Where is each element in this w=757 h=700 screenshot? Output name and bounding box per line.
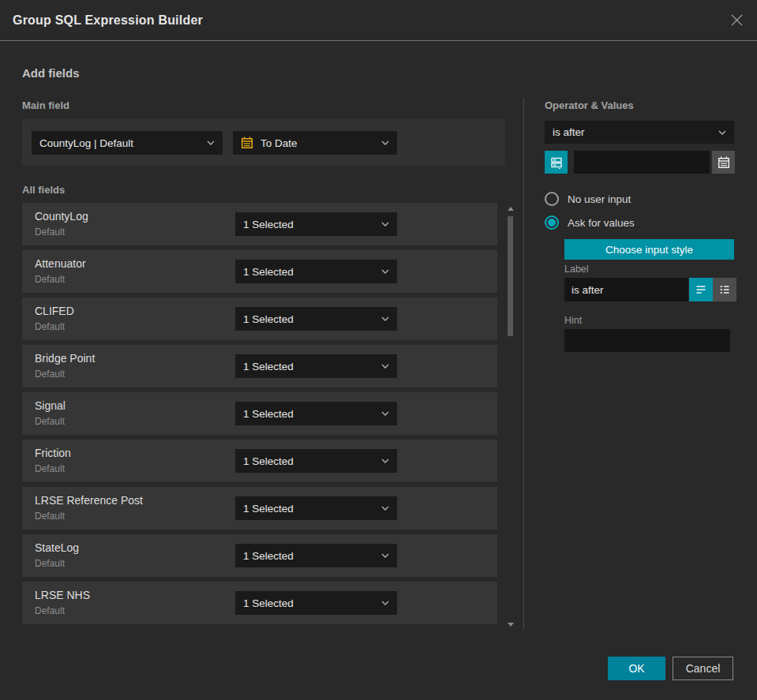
field-subtitle: Default bbox=[35, 226, 65, 238]
chevron-down-icon bbox=[381, 222, 389, 226]
operator-dropdown[interactable]: is after bbox=[545, 121, 734, 144]
main-field-dropdown-value: CountyLog | Default bbox=[39, 137, 133, 149]
radio-ask-for-values-label: Ask for values bbox=[568, 217, 635, 229]
single-line-input-style-button[interactable] bbox=[689, 278, 713, 301]
field-row: Friction Default 1 Selected bbox=[22, 440, 497, 482]
all-fields-list: CountyLog Default 1 Selected Attenuator … bbox=[22, 203, 497, 629]
label-input[interactable] bbox=[564, 278, 688, 301]
chevron-down-icon bbox=[381, 506, 389, 511]
main-field-dropdown[interactable]: CountyLog | Default bbox=[32, 131, 223, 155]
value-input[interactable] bbox=[574, 151, 710, 174]
field-subtitle: Default bbox=[35, 321, 65, 332]
field-selection-dropdown[interactable]: 1 Selected bbox=[235, 591, 397, 615]
field-selection-value: 1 Selected bbox=[243, 219, 294, 230]
chevron-down-icon bbox=[381, 553, 389, 558]
label-heading: Label bbox=[564, 264, 589, 275]
group-sql-expression-builder-dialog: Group SQL Expression Builder Add fields … bbox=[0, 0, 757, 700]
chevron-down-icon bbox=[381, 140, 389, 145]
operator-values-heading: Operator & Values bbox=[545, 99, 634, 111]
main-field-heading: Main field bbox=[22, 99, 69, 111]
radio-button-icon[interactable] bbox=[545, 215, 559, 230]
field-name: Signal bbox=[35, 399, 66, 412]
field-selection-dropdown[interactable]: 1 Selected bbox=[235, 260, 397, 283]
close-button[interactable] bbox=[729, 13, 744, 28]
field-row: CountyLog Default 1 Selected bbox=[22, 203, 497, 245]
close-icon bbox=[730, 13, 744, 27]
field-subtitle: Default bbox=[35, 416, 65, 427]
field-row: CLIFED Default 1 Selected bbox=[22, 298, 497, 340]
field-selection-dropdown[interactable]: 1 Selected bbox=[235, 449, 397, 473]
radio-no-user-input[interactable]: No user input bbox=[545, 192, 631, 206]
field-selection-dropdown[interactable]: 1 Selected bbox=[235, 307, 397, 331]
all-fields-heading: All fields bbox=[22, 184, 65, 196]
calendar-icon bbox=[241, 137, 253, 149]
cancel-button[interactable]: Cancel bbox=[673, 657, 733, 680]
field-selection-value: 1 Selected bbox=[243, 455, 294, 467]
list-input-style-button[interactable] bbox=[713, 278, 736, 301]
date-field-dropdown-value: To Date bbox=[260, 137, 298, 149]
values-list-icon bbox=[549, 155, 564, 170]
chevron-down-icon bbox=[381, 601, 389, 605]
field-selection-dropdown[interactable]: 1 Selected bbox=[235, 212, 397, 236]
chevron-down-icon bbox=[381, 459, 389, 463]
chevron-down-icon bbox=[207, 140, 215, 145]
chevron-down-icon bbox=[381, 316, 389, 321]
choose-input-style-button[interactable]: Choose input style bbox=[564, 239, 734, 260]
field-name: CountyLog bbox=[35, 210, 88, 223]
field-subtitle: Default bbox=[35, 511, 65, 522]
align-left-icon bbox=[695, 283, 707, 296]
field-selection-dropdown[interactable]: 1 Selected bbox=[235, 354, 397, 378]
field-name: StateLog bbox=[35, 541, 79, 554]
field-subtitle: Default bbox=[35, 605, 65, 616]
field-row: Bridge Point Default 1 Selected bbox=[22, 345, 497, 387]
field-row: LRSE Reference Post Default 1 Selected bbox=[22, 487, 497, 530]
chevron-down-icon bbox=[718, 130, 726, 135]
field-name: LRSE NHS bbox=[35, 589, 90, 601]
operator-dropdown-value: is after bbox=[553, 126, 585, 138]
field-row: LRSE NHS Default 1 Selected bbox=[22, 582, 497, 624]
chevron-down-icon bbox=[381, 411, 389, 416]
field-selection-value: 1 Selected bbox=[243, 408, 294, 420]
field-subtitle: Default bbox=[35, 558, 65, 569]
field-name: Friction bbox=[35, 447, 71, 459]
chevron-down-icon bbox=[381, 364, 389, 369]
get-values-from-layer-button[interactable] bbox=[545, 151, 568, 174]
panel-divider bbox=[523, 98, 524, 629]
field-row: Signal Default 1 Selected bbox=[22, 392, 497, 435]
field-row: StateLog Default 1 Selected bbox=[22, 534, 497, 577]
ok-button[interactable]: OK bbox=[608, 657, 665, 680]
calendar-icon bbox=[718, 156, 730, 169]
radio-button-icon[interactable] bbox=[545, 192, 559, 206]
scrollbar-thumb[interactable] bbox=[508, 216, 513, 336]
scroll-up-arrow-icon[interactable] bbox=[508, 207, 514, 211]
field-selection-value: 1 Selected bbox=[243, 361, 294, 372]
field-selection-dropdown[interactable]: 1 Selected bbox=[235, 544, 397, 567]
field-name: LRSE Reference Post bbox=[35, 494, 143, 507]
field-selection-dropdown[interactable]: 1 Selected bbox=[235, 402, 397, 425]
hint-heading: Hint bbox=[564, 315, 582, 326]
field-name: CLIFED bbox=[35, 305, 74, 317]
field-subtitle: Default bbox=[35, 463, 65, 474]
field-selection-value: 1 Selected bbox=[243, 313, 294, 325]
field-name: Attenuator bbox=[35, 257, 86, 270]
dialog-titlebar: Group SQL Expression Builder bbox=[0, 0, 757, 41]
scroll-down-arrow-icon[interactable] bbox=[508, 623, 514, 627]
field-selection-value: 1 Selected bbox=[243, 266, 294, 278]
field-selection-value: 1 Selected bbox=[243, 597, 294, 609]
hint-input[interactable] bbox=[564, 329, 730, 352]
chevron-down-icon bbox=[381, 269, 389, 274]
field-selection-value: 1 Selected bbox=[243, 550, 294, 562]
date-picker-button[interactable] bbox=[712, 151, 735, 174]
main-field-band: CountyLog | Default To Date bbox=[22, 119, 505, 166]
list-icon bbox=[718, 283, 731, 296]
field-subtitle: Default bbox=[35, 274, 65, 285]
radio-no-user-input-label: No user input bbox=[568, 193, 631, 205]
radio-ask-for-values[interactable]: Ask for values bbox=[545, 215, 635, 230]
field-selection-value: 1 Selected bbox=[243, 503, 294, 515]
field-subtitle: Default bbox=[35, 369, 65, 380]
dialog-title: Group SQL Expression Builder bbox=[13, 13, 203, 28]
field-selection-dropdown[interactable]: 1 Selected bbox=[235, 496, 397, 520]
date-field-dropdown[interactable]: To Date bbox=[233, 131, 397, 155]
field-row: Attenuator Default 1 Selected bbox=[22, 250, 497, 293]
list-scrollbar[interactable] bbox=[506, 204, 515, 630]
